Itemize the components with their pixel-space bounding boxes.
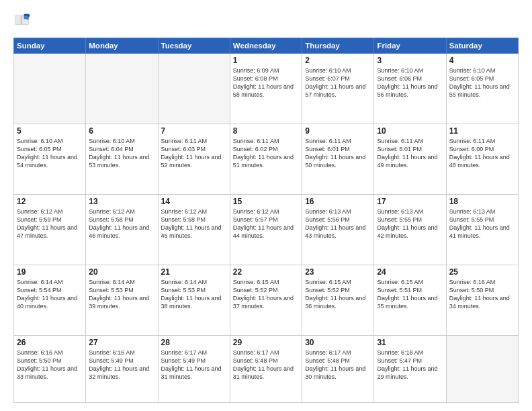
calendar-week-row: 5Sunrise: 6:10 AMSunset: 6:05 PMDaylight… <box>14 124 519 195</box>
day-number: 23 <box>305 267 371 277</box>
day-number: 24 <box>377 267 443 277</box>
day-number: 26 <box>17 338 83 347</box>
cell-info: Sunrise: 6:11 AMSunset: 6:00 PMDaylight:… <box>449 137 515 170</box>
logo-icon <box>13 12 32 31</box>
calendar-cell <box>158 54 230 124</box>
cell-info: Sunrise: 6:13 AMSunset: 5:55 PMDaylight:… <box>377 208 443 240</box>
day-number: 9 <box>305 126 371 136</box>
cell-info: Sunrise: 6:10 AMSunset: 6:05 PMDaylight:… <box>449 66 515 99</box>
calendar-header-row: Sunday Monday Tuesday Wednesday Thursday… <box>14 38 519 54</box>
cell-info: Sunrise: 6:15 AMSunset: 5:52 PMDaylight:… <box>233 278 299 311</box>
calendar-table: Sunday Monday Tuesday Wednesday Thursday… <box>13 38 519 403</box>
cell-info: Sunrise: 6:14 AMSunset: 5:54 PMDaylight:… <box>17 278 83 311</box>
calendar-cell: 20Sunrise: 6:14 AMSunset: 5:53 PMDayligh… <box>86 265 158 336</box>
col-saturday: Saturday <box>446 38 518 54</box>
day-number: 21 <box>161 267 227 277</box>
calendar-cell: 26Sunrise: 6:16 AMSunset: 5:50 PMDayligh… <box>14 336 86 403</box>
cell-info: Sunrise: 6:15 AMSunset: 5:51 PMDaylight:… <box>377 278 443 311</box>
calendar-cell: 12Sunrise: 6:12 AMSunset: 5:59 PMDayligh… <box>14 195 86 265</box>
calendar-cell: 10Sunrise: 6:11 AMSunset: 6:01 PMDayligh… <box>374 124 446 195</box>
cell-info: Sunrise: 6:16 AMSunset: 5:50 PMDaylight:… <box>449 278 515 311</box>
calendar-cell: 9Sunrise: 6:11 AMSunset: 6:01 PMDaylight… <box>302 124 374 195</box>
cell-info: Sunrise: 6:17 AMSunset: 5:48 PMDaylight:… <box>305 349 371 381</box>
calendar-cell: 22Sunrise: 6:15 AMSunset: 5:52 PMDayligh… <box>230 265 302 336</box>
day-number: 2 <box>305 56 371 65</box>
day-number: 11 <box>449 126 515 136</box>
cell-info: Sunrise: 6:10 AMSunset: 6:07 PMDaylight:… <box>305 66 371 99</box>
day-number: 18 <box>449 197 515 206</box>
cell-info: Sunrise: 6:11 AMSunset: 6:01 PMDaylight:… <box>377 137 443 170</box>
calendar-week-row: 19Sunrise: 6:14 AMSunset: 5:54 PMDayligh… <box>14 265 519 336</box>
day-number: 6 <box>89 126 154 136</box>
logo <box>13 12 35 31</box>
day-number: 14 <box>161 197 227 206</box>
calendar-cell: 14Sunrise: 6:12 AMSunset: 5:58 PMDayligh… <box>158 195 230 265</box>
calendar-week-row: 12Sunrise: 6:12 AMSunset: 5:59 PMDayligh… <box>14 195 519 265</box>
calendar-cell: 17Sunrise: 6:13 AMSunset: 5:55 PMDayligh… <box>374 195 446 265</box>
calendar-week-row: 1Sunrise: 6:09 AMSunset: 6:08 PMDaylight… <box>14 54 519 124</box>
day-number: 7 <box>161 126 227 136</box>
day-number: 28 <box>161 338 227 347</box>
calendar-cell: 24Sunrise: 6:15 AMSunset: 5:51 PMDayligh… <box>374 265 446 336</box>
calendar-cell: 16Sunrise: 6:13 AMSunset: 5:56 PMDayligh… <box>302 195 374 265</box>
calendar-cell: 30Sunrise: 6:17 AMSunset: 5:48 PMDayligh… <box>302 336 374 403</box>
page: Sunday Monday Tuesday Wednesday Thursday… <box>0 0 532 411</box>
col-monday: Monday <box>86 38 158 54</box>
calendar-week-row: 26Sunrise: 6:16 AMSunset: 5:50 PMDayligh… <box>14 336 519 403</box>
cell-info: Sunrise: 6:12 AMSunset: 5:58 PMDaylight:… <box>89 208 154 240</box>
cell-info: Sunrise: 6:11 AMSunset: 6:03 PMDaylight:… <box>161 137 227 170</box>
calendar-cell: 11Sunrise: 6:11 AMSunset: 6:00 PMDayligh… <box>446 124 518 195</box>
day-number: 27 <box>89 338 154 347</box>
cell-info: Sunrise: 6:12 AMSunset: 5:59 PMDaylight:… <box>17 208 83 240</box>
calendar-cell: 27Sunrise: 6:16 AMSunset: 5:49 PMDayligh… <box>86 336 158 403</box>
cell-info: Sunrise: 6:14 AMSunset: 5:53 PMDaylight:… <box>89 278 154 311</box>
day-number: 12 <box>17 197 83 206</box>
cell-info: Sunrise: 6:10 AMSunset: 6:05 PMDaylight:… <box>17 137 83 170</box>
cell-info: Sunrise: 6:12 AMSunset: 5:58 PMDaylight:… <box>161 208 227 240</box>
col-sunday: Sunday <box>14 38 86 54</box>
cell-info: Sunrise: 6:17 AMSunset: 5:49 PMDaylight:… <box>161 349 227 381</box>
calendar-cell: 7Sunrise: 6:11 AMSunset: 6:03 PMDaylight… <box>158 124 230 195</box>
cell-info: Sunrise: 6:11 AMSunset: 6:02 PMDaylight:… <box>233 137 299 170</box>
day-number: 17 <box>377 197 443 206</box>
calendar-cell: 21Sunrise: 6:14 AMSunset: 5:53 PMDayligh… <box>158 265 230 336</box>
day-number: 29 <box>233 338 299 347</box>
col-thursday: Thursday <box>302 38 374 54</box>
calendar-cell <box>446 336 518 403</box>
day-number: 30 <box>305 338 371 347</box>
col-tuesday: Tuesday <box>158 38 230 54</box>
calendar-cell: 23Sunrise: 6:15 AMSunset: 5:52 PMDayligh… <box>302 265 374 336</box>
cell-info: Sunrise: 6:18 AMSunset: 5:47 PMDaylight:… <box>377 349 443 381</box>
calendar-cell: 29Sunrise: 6:17 AMSunset: 5:48 PMDayligh… <box>230 336 302 403</box>
calendar-cell: 31Sunrise: 6:18 AMSunset: 5:47 PMDayligh… <box>374 336 446 403</box>
cell-info: Sunrise: 6:11 AMSunset: 6:01 PMDaylight:… <box>305 137 371 170</box>
cell-info: Sunrise: 6:16 AMSunset: 5:49 PMDaylight:… <box>89 349 154 381</box>
cell-info: Sunrise: 6:10 AMSunset: 6:06 PMDaylight:… <box>377 66 443 99</box>
calendar-cell: 15Sunrise: 6:12 AMSunset: 5:57 PMDayligh… <box>230 195 302 265</box>
header <box>13 12 519 31</box>
calendar-cell <box>14 54 86 124</box>
calendar-cell: 28Sunrise: 6:17 AMSunset: 5:49 PMDayligh… <box>158 336 230 403</box>
day-number: 16 <box>305 197 371 206</box>
cell-info: Sunrise: 6:16 AMSunset: 5:50 PMDaylight:… <box>17 349 83 381</box>
cell-info: Sunrise: 6:13 AMSunset: 5:56 PMDaylight:… <box>305 208 371 240</box>
calendar-cell: 18Sunrise: 6:13 AMSunset: 5:55 PMDayligh… <box>446 195 518 265</box>
day-number: 4 <box>449 56 515 65</box>
calendar-cell: 13Sunrise: 6:12 AMSunset: 5:58 PMDayligh… <box>86 195 158 265</box>
calendar-cell: 25Sunrise: 6:16 AMSunset: 5:50 PMDayligh… <box>446 265 518 336</box>
day-number: 19 <box>17 267 83 277</box>
day-number: 25 <box>449 267 515 277</box>
calendar-cell: 8Sunrise: 6:11 AMSunset: 6:02 PMDaylight… <box>230 124 302 195</box>
calendar-cell: 19Sunrise: 6:14 AMSunset: 5:54 PMDayligh… <box>14 265 86 336</box>
day-number: 15 <box>233 197 299 206</box>
calendar-cell: 1Sunrise: 6:09 AMSunset: 6:08 PMDaylight… <box>230 54 302 124</box>
col-friday: Friday <box>374 38 446 54</box>
day-number: 31 <box>377 338 443 347</box>
col-wednesday: Wednesday <box>230 38 302 54</box>
cell-info: Sunrise: 6:17 AMSunset: 5:48 PMDaylight:… <box>233 349 299 381</box>
calendar-cell: 5Sunrise: 6:10 AMSunset: 6:05 PMDaylight… <box>14 124 86 195</box>
cell-info: Sunrise: 6:15 AMSunset: 5:52 PMDaylight:… <box>305 278 371 311</box>
day-number: 22 <box>233 267 299 277</box>
cell-info: Sunrise: 6:14 AMSunset: 5:53 PMDaylight:… <box>161 278 227 311</box>
calendar-cell: 3Sunrise: 6:10 AMSunset: 6:06 PMDaylight… <box>374 54 446 124</box>
